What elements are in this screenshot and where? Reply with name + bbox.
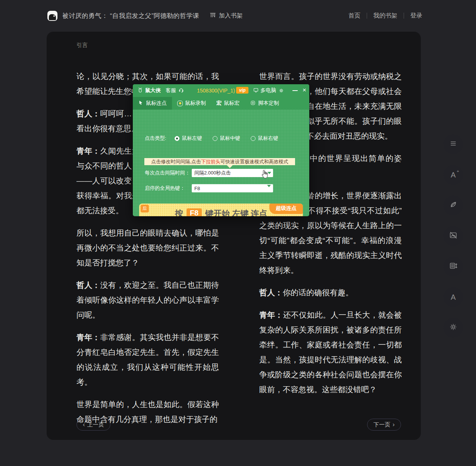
radio-label: 鼠标中键 [220, 135, 240, 142]
line-spacing-button[interactable] [444, 257, 463, 276]
tip-text-highlight: 下拉箭头 [201, 158, 220, 165]
book-title: 被讨厌的勇气： “自我启发之父”阿德勒的哲学课 [62, 12, 200, 20]
script-tab-icon [250, 100, 256, 107]
prev-page-button[interactable]: ‹ 上一页 [76, 419, 110, 431]
tab-label: 鼠标连点 [146, 100, 167, 107]
app-logo[interactable] [47, 11, 57, 21]
eye-care-button[interactable] [444, 196, 463, 215]
paragraph: 所以，我想用自己的眼睛去确认，哪怕是再微小的不当之处也要给您纠正过来。不知是否打… [76, 226, 219, 270]
interval-value: 间隔2.000秒点击 [192, 170, 265, 176]
record-tab-icon [177, 101, 183, 106]
logo-dot [53, 15, 55, 17]
next-page-button[interactable]: 下一页 › [367, 419, 401, 431]
radio-鼠标右键[interactable]: 鼠标右键 [251, 135, 278, 142]
tab-label: 脚本定制 [258, 100, 279, 107]
radio-label: 鼠标左键 [182, 135, 202, 142]
chapter-title: 引言 [76, 42, 88, 49]
tab-鼠标录制[interactable]: 鼠标录制 [172, 97, 211, 110]
catalog-menu-button[interactable] [444, 135, 463, 154]
radio-label: 鼠标右键 [258, 135, 278, 142]
paragraph: 哲人：没有，欢迎之至。我自己也正期待着倾听像你这样的年轻人的心声以丰富学问呢。 [76, 278, 219, 322]
bookshelf-icon [209, 12, 216, 20]
brand-label: 鼠大侠 [145, 87, 161, 94]
start-banner: 后 按 F8 键开始 左键 连点 超级连点 [139, 204, 303, 216]
hotkey-label: 启停的全局热键： [145, 185, 192, 192]
dialog-titlebar[interactable]: 鼠大侠 客服 1508300(VIP_1) vip 多电脑 × [133, 84, 309, 97]
nav-home[interactable]: 首页 [342, 12, 367, 20]
hotkey-row: 启停的全局热键： F8 [145, 184, 273, 192]
font-size-button[interactable]: A [444, 287, 463, 307]
monitor-icon [253, 87, 259, 94]
paragraph: 青年：非常感谢。其实我也并非是想要不分青红皂白地否定先生。首先，假定先生的说法成… [76, 330, 219, 390]
click-type-label: 点击类型: [145, 135, 166, 142]
banner-after-label: 键开始 左键 连点 [205, 208, 267, 217]
hotkey-value: F8 [192, 186, 273, 191]
settings-gear-icon[interactable] [278, 88, 284, 95]
tip-text-pre: 点击修改时间间隔,点击 [151, 158, 201, 165]
paragraph: 青年：还不仅如此。人一旦长大，就会被复杂的人际关系所困扰，被诸多的责任所牵绊。工… [259, 308, 402, 397]
line-spacing-icon [449, 261, 458, 272]
brightness-icon [449, 322, 458, 333]
catalog-menu-icon [449, 139, 458, 149]
tab-脚本定制[interactable]: 脚本定制 [245, 97, 284, 110]
dialog-tabs: 鼠标连点鼠标录制宏鼠标宏脚本定制 [133, 97, 309, 110]
nav-login[interactable]: 登录 [404, 12, 429, 20]
minimize-button[interactable] [292, 90, 298, 91]
support-link[interactable]: 客服 [166, 87, 176, 94]
vip-badge: vip [236, 87, 248, 94]
radio-鼠标左键[interactable]: 鼠标左键 [175, 135, 202, 142]
interval-label: 每次点击间隔时间： [145, 170, 192, 176]
speaker-label: 哲人： [76, 109, 100, 118]
hotkey-dropdown-arrow[interactable] [267, 187, 271, 193]
tab-label: 鼠标宏 [224, 100, 239, 107]
tab-鼠标连点[interactable]: 鼠标连点 [133, 97, 172, 110]
radio-鼠标中键[interactable]: 鼠标中键 [213, 135, 240, 142]
eye-care-icon [449, 200, 458, 211]
dialog-brand: 鼠大侠 客服 [137, 87, 184, 94]
chevron-right-icon: › [392, 421, 395, 428]
add-to-shelf-button[interactable]: 加入书架 [209, 12, 243, 20]
super-click-button[interactable]: 超级连点 [269, 204, 303, 214]
tip-text-post: 可快速设置极速模式和高效模式 [220, 158, 288, 165]
clicker-dialog: 鼠大侠 客服 1508300(VIP_1) vip 多电脑 × 鼠标连点鼠标录制… [133, 84, 309, 216]
next-page-label: 下一页 [373, 421, 390, 428]
speaker-label: 青年： [76, 147, 100, 155]
banner-corner-badge: 后 [141, 205, 149, 212]
radio-circle [175, 136, 179, 141]
account-id: 1508300(VIP_1) [197, 88, 235, 94]
ai-assistant-icon: A+ [451, 171, 455, 179]
close-icon[interactable]: × [303, 86, 306, 94]
interval-tip: 点击修改时间间隔,点击下拉箭头可快速设置极速模式和高效模式 [144, 158, 295, 165]
ai-assistant-button[interactable]: A+ [444, 165, 463, 185]
image-toggle-icon [449, 231, 458, 241]
image-toggle-button[interactable] [444, 226, 463, 246]
multi-device-label: 多电脑 [260, 87, 276, 94]
cursor-tab-icon [138, 100, 144, 107]
topbar-nav: 首页我的书架登录 [342, 0, 429, 31]
click-type-row: 点击类型: 鼠标左键鼠标中键鼠标右键 [145, 135, 278, 142]
paragraph: 哲人：你的话的确很有趣。 [259, 285, 402, 300]
mouse-hand-cursor [260, 169, 270, 180]
hotkey-select[interactable]: F8 [192, 184, 273, 192]
nav-my-bookshelf[interactable]: 我的书架 [367, 12, 404, 20]
brightness-button[interactable] [444, 318, 463, 337]
banner-press-label: 按 [175, 208, 183, 217]
hotkey-badge: F8 [187, 208, 202, 216]
font-size-icon: A [451, 293, 455, 301]
speaker-label: 哲人： [76, 281, 100, 289]
tip-pointer [227, 165, 233, 168]
macro-tab-icon: 宏 [216, 100, 222, 107]
radio-circle [251, 136, 256, 141]
speaker-label: 青年： [259, 311, 283, 319]
speaker-label: 青年： [76, 333, 100, 341]
tab-鼠标宏[interactable]: 宏鼠标宏 [211, 97, 245, 110]
prev-page-label: 上一页 [87, 421, 104, 428]
add-to-shelf-label: 加入书架 [219, 12, 243, 20]
dialog-body: 点击类型: 鼠标左键鼠标中键鼠标右键 点击修改时间间隔,点击下拉箭头可快速设置极… [133, 110, 309, 216]
mouse-icon [137, 87, 143, 94]
tab-label: 鼠标录制 [185, 100, 206, 107]
reader-toolbar: A+A [444, 135, 463, 349]
logo-glyph [49, 14, 56, 20]
multi-device-button[interactable]: 多电脑 [253, 87, 276, 94]
radio-circle [213, 136, 217, 141]
